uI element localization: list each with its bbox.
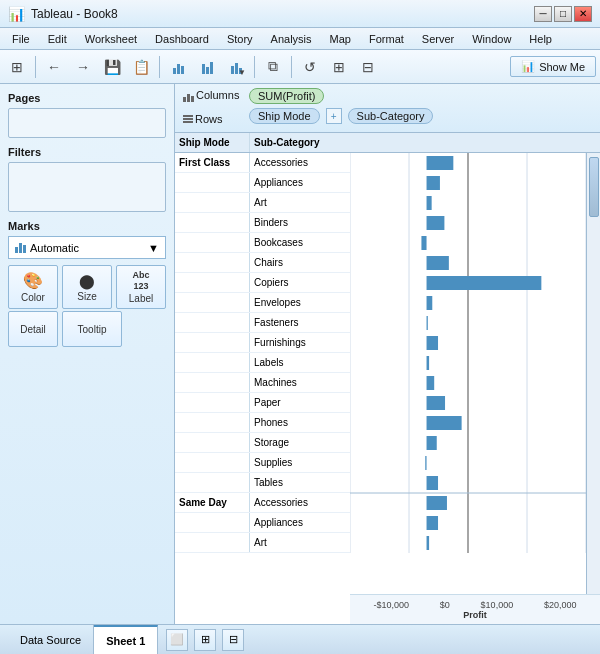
subcategory-cell: Supplies: [250, 453, 350, 472]
subcategory-cell: Accessories: [250, 153, 350, 172]
rows-subcategory-pill[interactable]: Sub-Category: [348, 108, 434, 124]
marks-color-label: Color: [21, 292, 45, 303]
bar-rect: [427, 376, 435, 390]
status-icon-btn-3[interactable]: ⊟: [222, 629, 244, 651]
marks-size-btn[interactable]: ⬤ Size: [62, 265, 112, 309]
subcategory-cell: Accessories: [250, 493, 350, 512]
table-row: Appliances: [175, 173, 350, 193]
bar-rect: [427, 516, 438, 530]
status-bar: Data Source Sheet 1 ⬜ ⊞ ⊟: [0, 624, 600, 654]
shipmode-cell: First Class: [175, 153, 250, 172]
marks-label-label: Label: [129, 293, 153, 304]
toolbar-auto-btn[interactable]: ⊞: [326, 54, 352, 80]
toolbar-sep-1: [35, 56, 36, 78]
chart-scrollbar[interactable]: [586, 153, 600, 594]
axis-val-4: $20,000: [544, 600, 577, 610]
toolbar-chart3-btn[interactable]: ▼: [223, 54, 249, 80]
subcategory-cell: Chairs: [250, 253, 350, 272]
x-axis-label: Profit: [350, 610, 600, 620]
menu-dashboard[interactable]: Dashboard: [147, 31, 217, 47]
new-worksheet-icon: ⬜: [170, 633, 184, 646]
table-row: Paper: [175, 393, 350, 413]
toolbar-grid-btn[interactable]: ⊞: [4, 54, 30, 80]
marks-type-dropdown[interactable]: Automatic ▼: [8, 236, 166, 259]
menu-analysis[interactable]: Analysis: [263, 31, 320, 47]
subcategory-cell: Art: [250, 533, 350, 552]
show-me-label: Show Me: [539, 61, 585, 73]
marks-label-btn[interactable]: Abc123 Label: [116, 265, 166, 309]
toolbar-back-btn[interactable]: ←: [41, 54, 67, 80]
rows-label-text: Rows: [195, 113, 223, 125]
marks-tooltip-btn[interactable]: Tooltip: [62, 311, 122, 347]
columns-shelf-label: Columns: [183, 88, 243, 104]
toolbar-layout-btn[interactable]: ⊟: [355, 54, 381, 80]
table-row: Supplies: [175, 453, 350, 473]
marks-detail-btn[interactable]: Detail: [8, 311, 58, 347]
bar-rect: [427, 276, 542, 290]
show-me-button[interactable]: 📊 Show Me: [510, 56, 596, 77]
status-icon-btn-2[interactable]: ⊞: [194, 629, 216, 651]
close-button[interactable]: ✕: [574, 6, 592, 22]
menu-file[interactable]: File: [4, 31, 38, 47]
shipmode-cell: [175, 533, 250, 552]
marks-color-btn[interactable]: 🎨 Color: [8, 265, 58, 309]
window-controls[interactable]: ─ □ ✕: [534, 6, 592, 22]
menu-help[interactable]: Help: [521, 31, 560, 47]
menu-edit[interactable]: Edit: [40, 31, 75, 47]
status-icon-btn-1[interactable]: ⬜: [166, 629, 188, 651]
toolbar-filter-btn[interactable]: ⧉: [260, 54, 286, 80]
header-shipmode: Ship Mode: [175, 133, 250, 152]
table-row: Art: [175, 533, 350, 553]
rows-expand-btn[interactable]: +: [326, 108, 342, 124]
bar-rect: [427, 196, 432, 210]
menu-format[interactable]: Format: [361, 31, 412, 47]
shipmode-cell: [175, 313, 250, 332]
new-story-icon: ⊟: [229, 633, 238, 646]
menu-map[interactable]: Map: [322, 31, 359, 47]
filters-box: [8, 162, 166, 212]
subcategory-cell: Machines: [250, 373, 350, 392]
columns-label-text: Columns: [196, 89, 239, 101]
status-icons: ⬜ ⊞ ⊟: [166, 629, 244, 651]
pages-box: [8, 108, 166, 138]
bar-rect: [427, 296, 433, 310]
bar-rect: [427, 256, 449, 270]
marks-bar-icon: [15, 239, 26, 256]
toolbar-chart2-btn[interactable]: [194, 54, 220, 80]
toolbar-save-btn[interactable]: 💾: [99, 54, 125, 80]
columns-profit-pill[interactable]: SUM(Profit): [249, 88, 324, 104]
toolbar-refresh-btn[interactable]: ↺: [297, 54, 323, 80]
rows-shipmode-pill[interactable]: Ship Mode: [249, 108, 320, 124]
filters-title: Filters: [8, 146, 166, 158]
bar-rect: [427, 436, 437, 450]
shipmode-cell: [175, 413, 250, 432]
bar-rect: [427, 156, 454, 170]
marks-title: Marks: [8, 220, 166, 232]
minimize-button[interactable]: ─: [534, 6, 552, 22]
sheet1-label: Sheet 1: [106, 635, 145, 647]
toolbar-copy-btn[interactable]: 📋: [128, 54, 154, 80]
menu-window[interactable]: Window: [464, 31, 519, 47]
viz-bars-scroll: [350, 153, 600, 594]
table-row: Labels: [175, 353, 350, 373]
bar-rect: [425, 456, 426, 470]
maximize-button[interactable]: □: [554, 6, 572, 22]
toolbar-chart1-btn[interactable]: [165, 54, 191, 80]
shipmode-cell: [175, 453, 250, 472]
menu-server[interactable]: Server: [414, 31, 462, 47]
data-source-tab[interactable]: Data Source: [8, 625, 94, 654]
label-icon: Abc123: [132, 270, 149, 292]
toolbar: ⊞ ← → 💾 📋 ▼ ⧉ ↺ ⊞ ⊟ 📊 Show Me: [0, 50, 600, 84]
sheet1-tab[interactable]: Sheet 1: [94, 625, 158, 654]
menu-worksheet[interactable]: Worksheet: [77, 31, 145, 47]
toolbar-forward-btn[interactable]: →: [70, 54, 96, 80]
chart-area: Ship Mode Sub-Category First ClassAccess…: [175, 133, 600, 624]
menu-story[interactable]: Story: [219, 31, 261, 47]
pages-section: Pages: [8, 92, 166, 138]
shipmode-cell: [175, 273, 250, 292]
bar-rect: [427, 216, 445, 230]
axis-val-1: -$10,000: [373, 600, 409, 610]
bar-rect: [427, 176, 440, 190]
scrollbar-thumb[interactable]: [589, 157, 599, 217]
subcategory-cell: Art: [250, 193, 350, 212]
